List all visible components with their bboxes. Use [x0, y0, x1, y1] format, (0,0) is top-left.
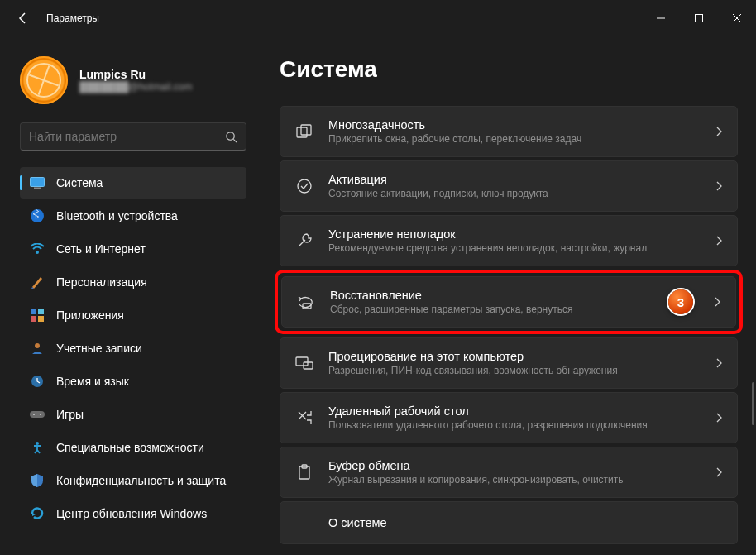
- window-controls: [642, 5, 756, 31]
- remote-icon: [295, 409, 313, 427]
- maximize-button[interactable]: [680, 5, 718, 31]
- svg-point-2: [227, 132, 234, 139]
- sidebar-item-system[interactable]: Система: [20, 167, 246, 199]
- setting-clipboard[interactable]: Буфер обмена Журнал вырезания и копирова…: [280, 447, 738, 498]
- sidebar-item-network[interactable]: Сеть и Интернет: [20, 233, 246, 265]
- bluetooth-icon: [30, 208, 45, 223]
- recovery-icon: [297, 293, 315, 311]
- sidebar-item-label: Система: [56, 176, 103, 189]
- clock-icon: [30, 374, 45, 389]
- setting-desc: Сброс, расширенные параметры запуска, ве…: [330, 304, 699, 315]
- info-icon: [295, 514, 313, 532]
- chevron-right-icon: [715, 358, 722, 368]
- main-pane: Система Многозадачность Прикрепить окна,…: [256, 36, 756, 555]
- svg-rect-8: [31, 309, 36, 314]
- accounts-icon: [30, 341, 45, 356]
- wifi-icon: [30, 242, 45, 256]
- activation-icon: [295, 177, 313, 195]
- chevron-right-icon: [715, 467, 722, 477]
- wrench-icon: [295, 232, 313, 250]
- svg-rect-5: [34, 188, 41, 189]
- sidebar-item-apps[interactable]: Приложения: [20, 299, 246, 331]
- svg-rect-19: [301, 125, 311, 135]
- setting-title: Проецирование на этот компьютер: [328, 350, 701, 363]
- svg-point-16: [40, 414, 41, 415]
- sidebar-item-windows-update[interactable]: Центр обновления Windows: [20, 498, 246, 529]
- setting-title: Буфер обмена: [328, 459, 701, 472]
- multitasking-icon: [295, 122, 313, 141]
- annotation-highlight: Восстановление Сброс, расширенные параме…: [275, 270, 743, 334]
- svg-rect-10: [31, 316, 36, 322]
- svg-rect-1: [696, 15, 703, 22]
- svg-rect-4: [31, 178, 45, 187]
- sidebar-item-label: Время и язык: [56, 375, 129, 388]
- chevron-right-icon: [715, 127, 722, 136]
- sidebar-item-time-language[interactable]: Время и язык: [20, 366, 246, 397]
- svg-line-3: [233, 139, 237, 142]
- account-block[interactable]: Lumpics Ru ███████@hotmail.com: [20, 56, 246, 104]
- sidebar-item-label: Специальные возможности: [56, 441, 204, 454]
- search-field[interactable]: [20, 122, 246, 151]
- sidebar-item-label: Учетные записи: [56, 342, 142, 355]
- setting-title: О системе: [328, 516, 707, 529]
- sidebar-item-gaming[interactable]: Игры: [20, 399, 246, 430]
- sidebar-item-accounts[interactable]: Учетные записи: [20, 333, 246, 364]
- user-email: ███████@hotmail.com: [79, 81, 192, 93]
- minimize-button[interactable]: [642, 5, 680, 31]
- setting-desc: Пользователи удаленного рабочего стола, …: [328, 419, 701, 431]
- gamepad-icon: [30, 407, 45, 422]
- setting-multitasking[interactable]: Многозадачность Прикрепить окна, рабочие…: [280, 106, 738, 157]
- svg-point-20: [298, 179, 311, 193]
- update-icon: [30, 506, 45, 521]
- svg-rect-11: [38, 316, 44, 322]
- sidebar: Lumpics Ru ███████@hotmail.com Система B…: [0, 36, 256, 555]
- setting-activation[interactable]: Активация Состояние активации, подписки,…: [280, 160, 738, 212]
- projecting-icon: [295, 354, 313, 372]
- setting-desc: Рекомендуемые средства устранения непола…: [328, 242, 701, 254]
- chevron-right-icon: [715, 413, 722, 423]
- svg-rect-14: [30, 411, 45, 418]
- step-badge: 3: [668, 289, 693, 314]
- scrollbar-thumb[interactable]: [752, 382, 754, 425]
- back-button[interactable]: [13, 8, 33, 28]
- svg-point-7: [36, 251, 39, 254]
- shield-icon: [30, 473, 45, 488]
- setting-troubleshoot[interactable]: Устранение неполадок Рекомендуемые средс…: [280, 215, 738, 266]
- accessibility-icon: [30, 440, 45, 455]
- sidebar-item-label: Сеть и Интернет: [56, 242, 146, 256]
- setting-desc: Состояние активации, подписки, ключ прод…: [328, 188, 701, 199]
- user-info: Lumpics Ru ███████@hotmail.com: [79, 68, 192, 93]
- svg-rect-18: [297, 127, 307, 137]
- setting-desc: Разрешения, ПИН-код связывания, возможно…: [328, 365, 701, 376]
- apps-icon: [30, 308, 45, 323]
- svg-point-12: [35, 343, 40, 348]
- page-title: Система: [280, 56, 738, 83]
- setting-title: Многозадачность: [328, 118, 701, 132]
- svg-point-17: [36, 442, 39, 445]
- sidebar-item-label: Конфиденциальность и защита: [56, 474, 226, 487]
- svg-point-15: [33, 414, 35, 415]
- sidebar-item-accessibility[interactable]: Специальные возможности: [20, 432, 246, 463]
- titlebar: Параметры: [0, 0, 756, 36]
- close-button[interactable]: [718, 5, 756, 31]
- brush-icon: [30, 275, 45, 289]
- setting-about[interactable]: О системе: [280, 501, 738, 544]
- search-icon: [225, 131, 237, 143]
- sidebar-item-personalization[interactable]: Персонализация: [20, 266, 246, 298]
- search-input[interactable]: [29, 130, 225, 143]
- user-name: Lumpics Ru: [79, 68, 192, 81]
- setting-projecting[interactable]: Проецирование на этот компьютер Разрешен…: [280, 337, 738, 389]
- clipboard-icon: [295, 463, 313, 481]
- sidebar-item-label: Центр обновления Windows: [56, 507, 207, 520]
- setting-desc: Прикрепить окна, рабочие столы, переключ…: [328, 133, 701, 145]
- svg-rect-22: [296, 357, 308, 366]
- sidebar-item-label: Приложения: [56, 309, 124, 322]
- sidebar-item-label: Персонализация: [56, 275, 147, 289]
- chevron-right-icon: [715, 181, 722, 191]
- chevron-right-icon: [714, 297, 720, 307]
- system-icon: [30, 175, 45, 190]
- setting-remote-desktop[interactable]: Удаленный рабочий стол Пользователи удал…: [280, 392, 738, 443]
- sidebar-item-label: Игры: [56, 408, 84, 421]
- sidebar-item-privacy[interactable]: Конфиденциальность и защита: [20, 465, 246, 496]
- sidebar-item-bluetooth[interactable]: Bluetooth и устройства: [20, 200, 246, 232]
